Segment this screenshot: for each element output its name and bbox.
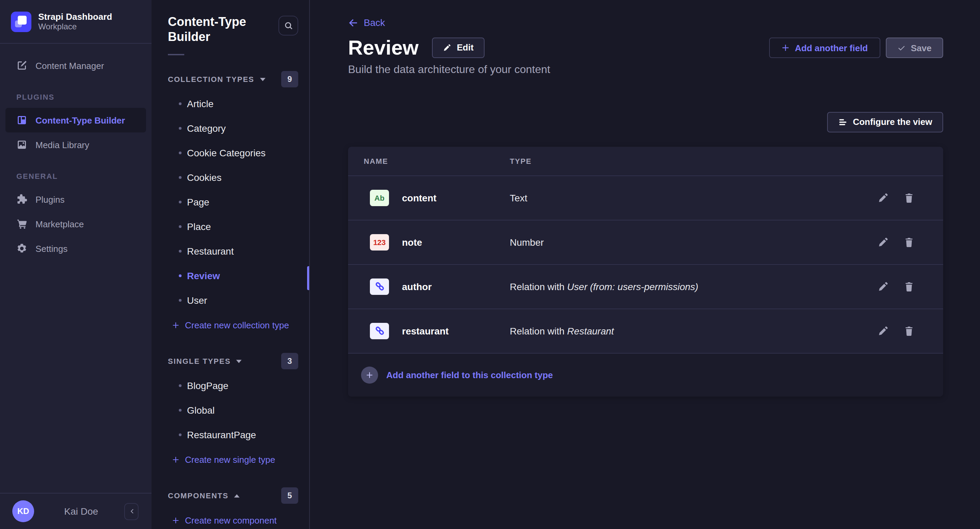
trash-icon [904, 236, 915, 247]
layout-icon [16, 115, 27, 126]
section-head-collection-types[interactable]: COLLECTION TYPES 9 [168, 71, 298, 88]
type-item-label: User [179, 295, 207, 306]
trash-icon [904, 325, 915, 336]
trash-icon [904, 281, 915, 292]
create-collection-type-link[interactable]: Create new collection type [151, 312, 309, 337]
configure-view-button[interactable]: Configure the view [827, 112, 943, 132]
table-row[interactable]: restaurant Relation with Restaurant [348, 309, 943, 353]
table-row[interactable]: 123 note Number [348, 220, 943, 264]
chevron-down-icon [260, 78, 265, 81]
type-item-blogpage[interactable]: BlogPage [151, 373, 309, 398]
edit-field-button[interactable] [878, 236, 889, 247]
row-actions [878, 281, 915, 292]
type-item-global[interactable]: Global [151, 398, 309, 422]
search-icon [283, 21, 293, 30]
edit-button[interactable]: Edit [432, 37, 485, 58]
type-item-user[interactable]: User [151, 288, 309, 312]
section-count-badge: 9 [281, 71, 298, 88]
components-list: Create new component [151, 508, 309, 529]
edit-field-button[interactable] [878, 192, 889, 203]
create-link-label: Create new collection type [185, 320, 289, 330]
column-header-type: TYPE [510, 157, 915, 165]
edit-field-button[interactable] [878, 281, 889, 292]
type-item-cookies[interactable]: Cookies [151, 165, 309, 190]
table-header: NAME TYPE [348, 147, 943, 176]
table-row[interactable]: author Relation with User (from: users-p… [348, 264, 943, 309]
collection-types-list: Article Category Cookie Categories Cooki… [151, 91, 309, 337]
field-name: content [402, 192, 510, 203]
plus-circle-icon [361, 366, 378, 383]
plus-icon [172, 456, 180, 463]
nav-item-settings[interactable]: Settings [0, 236, 151, 261]
active-item-indicator [307, 266, 309, 290]
type-item-cookie-categories[interactable]: Cookie Categories [151, 140, 309, 165]
page-subtitle: Build the data architecture of your cont… [348, 63, 943, 75]
number-field-badge: 123 [370, 234, 389, 250]
field-type: Relation with User (from: users-permissi… [510, 281, 878, 292]
brand[interactable]: Strapi Dashboard Workplace [0, 0, 151, 44]
sidebar-collapse-button[interactable] [124, 503, 138, 520]
type-item-label: Global [179, 405, 215, 416]
user-name: Kai Doe [64, 506, 98, 517]
type-item-label: Cookie Categories [179, 147, 266, 158]
field-type: Relation with Restaurant [510, 325, 878, 336]
field-type-target: Restaurant [567, 325, 614, 336]
view-toolbar: Configure the view [348, 112, 943, 132]
search-button[interactable] [278, 16, 298, 35]
row-actions [878, 192, 915, 203]
pencil-icon [443, 43, 452, 51]
add-field-footer-button[interactable]: Add another field to this collection typ… [348, 353, 943, 396]
cart-icon [16, 218, 27, 229]
type-item-category[interactable]: Category [151, 116, 309, 140]
table-row[interactable]: Ab content Text [348, 176, 943, 220]
section-count-badge: 3 [281, 353, 298, 369]
type-item-review[interactable]: Review [151, 263, 309, 288]
nav-item-marketplace[interactable]: Marketplace [0, 212, 151, 236]
type-item-restaurant[interactable]: Restaurant [151, 239, 309, 263]
nav-item-content-manager[interactable]: Content Manager [0, 53, 151, 78]
sub-sidebar: Content-Type Builder COLLECTION TYPES 9 … [151, 0, 310, 529]
main-nav-list: Content Manager PLUGINS Content-Type Bui… [0, 44, 151, 261]
avatar[interactable]: KD [12, 500, 34, 522]
create-component-link[interactable]: Create new component [151, 508, 309, 529]
nav-item-content-type-builder[interactable]: Content-Type Builder [5, 108, 146, 132]
type-item-restaurantpage[interactable]: RestaurantPage [151, 422, 309, 447]
field-type-text: Relation with [510, 281, 567, 292]
image-icon [16, 139, 27, 150]
app-root: Strapi Dashboard Workplace Content Manag… [0, 0, 980, 529]
delete-field-button[interactable] [904, 325, 915, 336]
add-field-footer-label: Add another field to this collection typ… [386, 370, 553, 380]
pen-square-icon [16, 60, 27, 71]
delete-field-button[interactable] [904, 192, 915, 203]
type-item-label: Cookies [179, 172, 221, 183]
save-button[interactable]: Save [886, 38, 943, 58]
create-single-type-link[interactable]: Create new single type [151, 447, 309, 472]
back-link[interactable]: Back [348, 17, 385, 28]
create-link-label: Create new component [185, 515, 277, 525]
nav-item-label: Plugins [35, 194, 65, 204]
link-icon [374, 326, 385, 336]
type-item-place[interactable]: Place [151, 214, 309, 239]
field-type-text: Relation with [510, 325, 567, 336]
link-icon [374, 281, 385, 292]
column-header-name: NAME [364, 157, 510, 165]
type-item-label: RestaurantPage [179, 429, 256, 440]
section-head-single-types[interactable]: SINGLE TYPES 3 [168, 353, 298, 369]
subnav-header: Content-Type Builder [151, 0, 309, 45]
delete-field-button[interactable] [904, 281, 915, 292]
filter-lines-icon [838, 117, 847, 127]
plus-icon [172, 516, 180, 524]
check-icon [897, 44, 905, 52]
delete-field-button[interactable] [904, 236, 915, 247]
edit-field-button[interactable] [878, 325, 889, 336]
nav-section-plugins: PLUGINS [0, 93, 151, 101]
nav-item-media-library[interactable]: Media Library [0, 132, 151, 157]
relation-field-badge [370, 322, 389, 339]
plus-icon [781, 44, 789, 52]
type-item-article[interactable]: Article [151, 91, 309, 116]
type-item-page[interactable]: Page [151, 190, 309, 214]
add-another-field-button[interactable]: Add another field [769, 38, 880, 58]
pencil-icon [878, 325, 889, 336]
section-head-components[interactable]: COMPONENTS 5 [168, 488, 298, 504]
nav-item-plugins[interactable]: Plugins [0, 187, 151, 212]
